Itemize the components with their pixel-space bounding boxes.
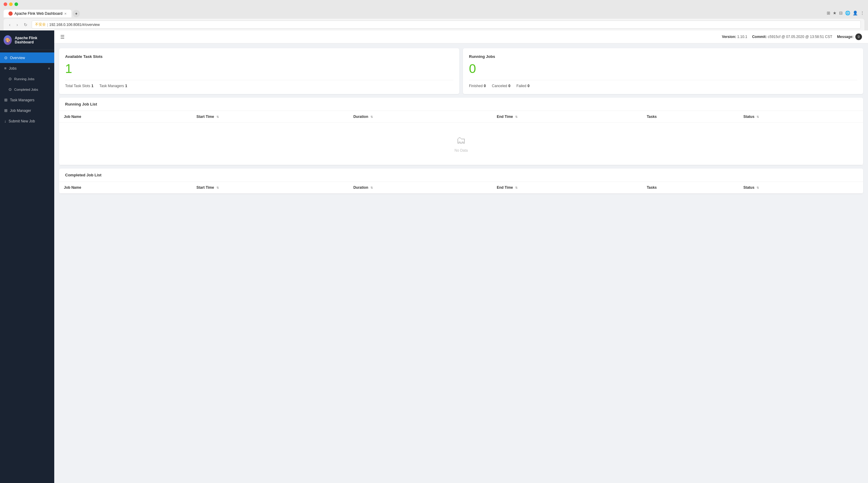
traffic-yellow[interactable] (9, 2, 13, 6)
comp-sort-duration: ⇅ (370, 186, 373, 189)
separator: | (47, 23, 48, 27)
completed-job-table-wrap: Job Name Start Time ⇅ Duration ⇅ (59, 182, 863, 193)
browser-icon-5[interactable]: 👤 (852, 10, 858, 16)
running-jobs-value: 0 (469, 62, 857, 75)
sidebar-item-label-overview: Overview (10, 56, 25, 60)
submit-job-icon: ↓ (4, 119, 6, 123)
sidebar-item-running-jobs[interactable]: ⊙ Running Jobs (0, 73, 54, 84)
sidebar-item-label-task-managers: Task Managers (10, 98, 34, 102)
menu-icon[interactable]: ☰ (60, 34, 64, 40)
logo-avatar: 🎨 (4, 35, 12, 45)
browser-traffic (4, 2, 864, 6)
logo-text: Apache Flink Dashboard (15, 36, 51, 44)
comp-col-end-time[interactable]: End Time ⇅ (492, 182, 642, 193)
right-area: ☰ Version: 1.10.1 Commit: c5915cf @ 07.0… (54, 30, 868, 483)
forward-button[interactable]: › (15, 22, 20, 28)
no-data-icon: 🗂 (71, 135, 851, 146)
col-status[interactable]: Status ⇅ (738, 111, 863, 123)
sidebar-item-label-jobs: Jobs (9, 66, 17, 70)
back-button[interactable]: ‹ (7, 22, 12, 28)
version-label: Version: 1.10.1 (722, 35, 747, 39)
jobs-icon: ≡ (4, 66, 7, 70)
no-data-text: No Data (71, 148, 851, 153)
total-task-slots: Total Task Slots 1 (65, 84, 93, 88)
running-job-table-body: 🗂 No Data (59, 123, 863, 165)
browser-icon-4[interactable]: 🌐 (845, 10, 850, 16)
canceled-stat: Canceled 0 (492, 84, 510, 88)
running-job-table-wrap: Job Name Start Time ⇅ Duration ⇅ (59, 111, 863, 165)
comp-sort-end-time: ⇅ (515, 186, 518, 189)
completed-job-list-title: Completed Job List (59, 169, 863, 182)
sidebar-item-overview[interactable]: ⊙ Overview (0, 53, 54, 63)
running-jobs-stats: Finished 0 Canceled 0 Failed 0 (469, 84, 857, 88)
main-content: Available Task Slots 1 Total Task Slots … (54, 43, 868, 483)
jobs-expand-icon: ∧ (48, 67, 50, 70)
app-layout: 🎨 Apache Flink Dashboard ⊙ Overview ≡ Jo… (0, 30, 868, 483)
running-job-list-title: Running Job List (59, 98, 863, 111)
tab-close-button[interactable]: ✕ (64, 12, 67, 16)
tab-favicon (8, 11, 13, 16)
url-text: 192.168.0.106:8081/#/overview (49, 23, 99, 27)
browser-icon-2[interactable]: ★ (833, 10, 837, 16)
browser-tab[interactable]: Apache Flink Web Dashboard ✕ (4, 10, 71, 18)
completed-job-table: Job Name Start Time ⇅ Duration ⇅ (59, 182, 863, 193)
job-manager-icon: ⊞ (4, 108, 7, 113)
traffic-green[interactable] (14, 2, 18, 6)
col-tasks: Tasks (642, 111, 739, 123)
running-job-table: Job Name Start Time ⇅ Duration ⇅ (59, 111, 863, 165)
comp-col-job-name: Job Name (59, 182, 192, 193)
tab-title: Apache Flink Web Dashboard (14, 11, 62, 16)
completed-job-table-head: Job Name Start Time ⇅ Duration ⇅ (59, 182, 863, 193)
sidebar-item-submit-job[interactable]: ↓ Submit New Job (0, 116, 54, 126)
col-job-name: Job Name (59, 111, 192, 123)
task-slots-meta: Total Task Slots 1 Task Managers 1 (65, 84, 453, 88)
topbar: ☰ Version: 1.10.1 Commit: c5915cf @ 07.0… (54, 30, 868, 43)
overview-icon: ⊙ (4, 56, 7, 60)
completed-jobs-icon: ⊙ (8, 87, 12, 92)
traffic-red[interactable] (4, 2, 7, 6)
running-job-list-section: Running Job List Job Name Start Time ⇅ (59, 98, 863, 165)
task-managers-count: Task Managers 1 (99, 84, 127, 88)
comp-sort-start-time: ⇅ (216, 186, 219, 189)
sidebar-nav: ⊙ Overview ≡ Jobs ∧ ⊙ Running Jobs ⊙ Com… (0, 50, 54, 483)
completed-job-list-section: Completed Job List Job Name Start Time ⇅ (59, 169, 863, 193)
sidebar-item-job-manager[interactable]: ⊞ Job Manager (0, 105, 54, 116)
comp-col-duration[interactable]: Duration ⇅ (348, 182, 492, 193)
security-label: 不安全 (35, 22, 46, 27)
sidebar-item-label-job-manager: Job Manager (10, 109, 31, 113)
address-bar[interactable]: 不安全 | 192.168.0.106:8081/#/overview (32, 21, 861, 29)
failed-stat: Failed 0 (516, 84, 529, 88)
reload-button[interactable]: ↻ (22, 22, 29, 28)
comp-col-status[interactable]: Status ⇅ (738, 182, 863, 193)
sidebar-logo: 🎨 Apache Flink Dashboard (0, 30, 54, 50)
comp-col-tasks: Tasks (642, 182, 739, 193)
task-managers-icon: ⊞ (4, 98, 7, 102)
cards-row: Available Task Slots 1 Total Task Slots … (59, 48, 863, 94)
task-slots-title: Available Task Slots (65, 54, 453, 59)
sort-duration: ⇅ (370, 115, 373, 119)
sort-start-time: ⇅ (216, 115, 219, 119)
running-jobs-icon: ⊙ (8, 77, 12, 81)
topbar-info: Version: 1.10.1 Commit: c5915cf @ 07.05.… (722, 33, 862, 40)
available-task-slots-card: Available Task Slots 1 Total Task Slots … (59, 48, 459, 94)
browser-menu[interactable]: ⋮ (860, 10, 864, 16)
sidebar-item-task-managers[interactable]: ⊞ Task Managers (0, 95, 54, 105)
new-tab-button[interactable]: + (73, 10, 80, 17)
browser-icon-3[interactable]: ⊟ (839, 10, 843, 16)
col-end-time[interactable]: End Time ⇅ (492, 111, 642, 123)
message-section: Message: 0 (837, 33, 862, 40)
col-duration[interactable]: Duration ⇅ (348, 111, 492, 123)
finished-stat: Finished 0 (469, 84, 486, 88)
running-jobs-title: Running Jobs (469, 54, 857, 59)
comp-col-start-time[interactable]: Start Time ⇅ (192, 182, 349, 193)
browser-chrome: Apache Flink Web Dashboard ✕ + ⊞ ★ ⊟ 🌐 👤… (0, 0, 868, 30)
sidebar-item-label-completed: Completed Jobs (14, 88, 38, 91)
col-start-time[interactable]: Start Time ⇅ (192, 111, 349, 123)
browser-toolbar-icons: ⊞ ★ ⊟ 🌐 👤 ⋮ (827, 10, 864, 16)
sidebar-item-jobs[interactable]: ≡ Jobs ∧ (0, 63, 54, 73)
sidebar-item-completed-jobs[interactable]: ⊙ Completed Jobs (0, 84, 54, 95)
sort-status: ⇅ (756, 115, 759, 119)
browser-icon-1[interactable]: ⊞ (827, 10, 830, 16)
sidebar-item-label-running: Running Jobs (14, 77, 34, 81)
running-jobs-card: Running Jobs 0 Finished 0 Canceled 0 (463, 48, 863, 94)
